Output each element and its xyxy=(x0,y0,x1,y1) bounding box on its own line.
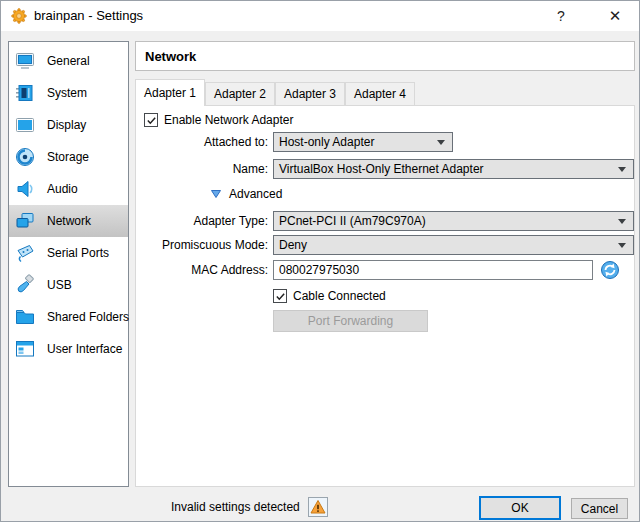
port-forwarding-button[interactable]: Port Forwarding xyxy=(273,310,428,332)
sidebar-item-label: Shared Folders xyxy=(47,310,129,324)
status-text: Invalid settings detected xyxy=(171,500,300,514)
warning-icon xyxy=(308,497,328,517)
promiscuous-mode-dropdown[interactable]: Deny xyxy=(273,235,634,255)
attached-to-label: Attached to: xyxy=(136,132,268,152)
name-value: VirtualBox Host-Only Ethernet Adapter xyxy=(274,162,618,176)
virtualbox-settings-gear-icon xyxy=(11,8,27,24)
sidebar-item-label: Storage xyxy=(47,150,89,164)
sidebar-item-general[interactable]: General xyxy=(9,45,128,77)
ok-button[interactable]: OK xyxy=(479,496,561,520)
settings-window: brainpan - Settings ? ✕ General System xyxy=(0,0,640,522)
title-bar: brainpan - Settings ? ✕ xyxy=(1,1,639,31)
page-heading-box: Network xyxy=(135,41,635,71)
settings-sidebar: General System Display Storage xyxy=(8,41,129,487)
cable-connected-row: Cable Connected xyxy=(273,289,386,303)
name-label: Name: xyxy=(136,159,268,179)
sidebar-item-label: General xyxy=(47,54,90,68)
tab-adapter-1[interactable]: Adapter 1 xyxy=(135,79,205,106)
sidebar-item-display[interactable]: Display xyxy=(9,109,128,141)
enable-network-adapter-checkbox[interactable] xyxy=(144,113,158,127)
network-icon xyxy=(14,210,36,232)
serial-ports-icon xyxy=(14,242,36,264)
advanced-label: Advanced xyxy=(229,187,282,201)
promiscuous-mode-value: Deny xyxy=(274,238,618,252)
window-title: brainpan - Settings xyxy=(34,1,143,31)
sidebar-item-network[interactable]: Network xyxy=(9,205,128,237)
user-interface-icon xyxy=(14,338,36,360)
adapter-tabs: Adapter 1 Adapter 2 Adapter 3 Adapter 4 xyxy=(135,79,415,106)
sidebar-item-label: Audio xyxy=(47,182,78,196)
shared-folders-icon xyxy=(14,306,36,328)
storage-icon xyxy=(14,146,36,168)
sidebar-item-label: Serial Ports xyxy=(47,246,109,260)
advanced-expander[interactable]: Advanced xyxy=(210,187,282,201)
adapter-1-panel: Enable Network Adapter Attached to: Host… xyxy=(135,105,635,487)
close-button[interactable]: ✕ xyxy=(595,1,635,31)
enable-network-adapter-row: Enable Network Adapter xyxy=(144,113,293,127)
sidebar-item-audio[interactable]: Audio xyxy=(9,173,128,205)
chevron-down-icon xyxy=(618,167,626,172)
page-title: Network xyxy=(136,49,196,64)
chevron-down-icon xyxy=(437,140,445,145)
expander-triangle-icon xyxy=(210,188,222,200)
adapter-type-value: PCnet-PCI II (Am79C970A) xyxy=(274,214,618,228)
sidebar-item-shared-folders[interactable]: Shared Folders xyxy=(9,301,128,333)
display-icon xyxy=(14,114,36,136)
name-dropdown[interactable]: VirtualBox Host-Only Ethernet Adapter xyxy=(273,159,634,179)
enable-network-adapter-label: Enable Network Adapter xyxy=(164,113,293,127)
sidebar-item-label: Display xyxy=(47,118,86,132)
system-icon xyxy=(14,82,36,104)
adapter-type-dropdown[interactable]: PCnet-PCI II (Am79C970A) xyxy=(273,211,634,231)
tab-adapter-3[interactable]: Adapter 3 xyxy=(275,82,345,105)
refresh-icon xyxy=(600,260,620,280)
attached-to-dropdown[interactable]: Host-only Adapter xyxy=(273,132,453,152)
sidebar-item-label: System xyxy=(47,86,87,100)
sidebar-item-storage[interactable]: Storage xyxy=(9,141,128,173)
chevron-down-icon xyxy=(618,219,626,224)
audio-icon xyxy=(14,178,36,200)
tab-adapter-2[interactable]: Adapter 2 xyxy=(205,82,275,105)
mac-address-label: MAC Address: xyxy=(136,260,268,280)
chevron-down-icon xyxy=(618,243,626,248)
sidebar-item-label: User Interface xyxy=(47,342,122,356)
general-icon xyxy=(14,50,36,72)
checkmark-icon xyxy=(275,291,286,302)
attached-to-value: Host-only Adapter xyxy=(274,135,437,149)
cable-connected-checkbox[interactable] xyxy=(273,289,287,303)
generate-mac-button[interactable] xyxy=(600,260,620,280)
sidebar-item-usb[interactable]: USB xyxy=(9,269,128,301)
sidebar-item-label: USB xyxy=(47,278,72,292)
adapter-type-label: Adapter Type: xyxy=(136,211,268,231)
checkmark-icon xyxy=(146,115,157,126)
sidebar-item-label: Network xyxy=(47,214,91,228)
sidebar-item-user-interface[interactable]: User Interface xyxy=(9,333,128,365)
cable-connected-label: Cable Connected xyxy=(293,289,386,303)
mac-address-input[interactable] xyxy=(273,260,593,280)
tab-adapter-4[interactable]: Adapter 4 xyxy=(345,82,415,105)
usb-icon xyxy=(14,274,36,296)
status-message: Invalid settings detected xyxy=(171,495,328,519)
help-button[interactable]: ? xyxy=(541,1,581,31)
sidebar-item-system[interactable]: System xyxy=(9,77,128,109)
sidebar-item-serial-ports[interactable]: Serial Ports xyxy=(9,237,128,269)
cancel-button[interactable]: Cancel xyxy=(571,498,628,519)
promiscuous-mode-label: Promiscuous Mode: xyxy=(136,235,268,255)
